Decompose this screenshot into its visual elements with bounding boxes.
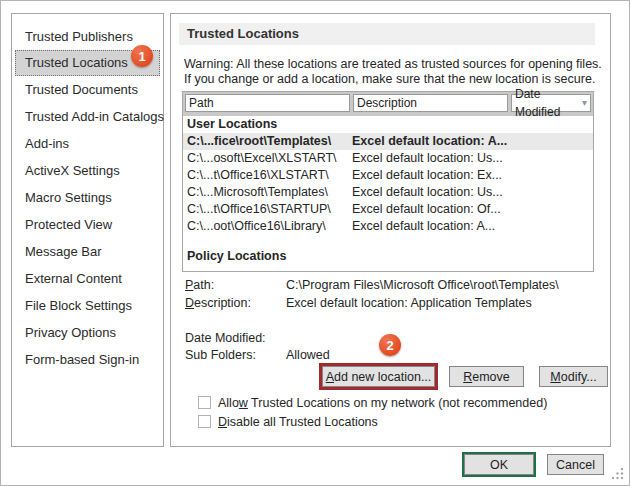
table-row[interactable]: C:\...t\Office16\XLSTART\ Excel default … xyxy=(183,167,593,184)
detail-path-value: C:\Program Files\Microsoft Office\root\T… xyxy=(286,278,559,292)
table-row[interactable]: C:\...fice\root\Templates\ Excel default… xyxy=(183,133,593,150)
detail-date-modified: Date Modified: xyxy=(185,331,286,346)
nav-item-form-based-signin[interactable]: Form-based Sign-in xyxy=(12,346,163,373)
allow-network-locations-checkbox-row: Allow Trusted Locations on my network (n… xyxy=(198,395,547,410)
trusted-locations-table: Path Description Date Modified ▾ User Lo… xyxy=(182,91,594,272)
nav-item-activex-settings[interactable]: ActiveX Settings xyxy=(12,157,163,184)
step-1-badge: 1 xyxy=(131,45,153,67)
ok-annotation-box: OK xyxy=(462,452,536,477)
trust-center-nav: Trusted Publishers Trusted Locations Tru… xyxy=(11,13,164,447)
nav-item-external-content[interactable]: External Content xyxy=(12,265,163,292)
table-row[interactable]: C:\...t\Office16\STARTUP\ Excel default … xyxy=(183,201,593,218)
table-row[interactable]: C:\...Microsoft\Templates\ Excel default… xyxy=(183,184,593,201)
ok-button[interactable]: OK xyxy=(464,454,534,475)
disable-all-locations-checkbox-row: Disable all Trusted Locations xyxy=(198,414,378,429)
column-header-description[interactable]: Description xyxy=(353,94,508,112)
column-header-date-label: Date Modified xyxy=(515,85,582,121)
table-row[interactable]: C:\...osoft\Excel\XLSTART\ Excel default… xyxy=(183,150,593,167)
add-new-location-button[interactable]: Add new location... xyxy=(322,366,435,387)
group-header-policy-locations: Policy Locations xyxy=(183,248,593,265)
nav-item-add-ins[interactable]: Add-ins xyxy=(12,130,163,157)
add-location-annotation-box: Add new location... xyxy=(319,363,438,390)
detail-description: Description:Excel default location: Appl… xyxy=(185,296,532,311)
allow-network-locations-checkbox[interactable] xyxy=(198,396,211,409)
trusted-locations-pane: Trusted Locations Warning: All these loc… xyxy=(170,13,611,447)
resize-grip[interactable] xyxy=(610,466,625,481)
cancel-button[interactable]: Cancel xyxy=(547,454,604,475)
page-title: Trusted Locations xyxy=(179,23,595,45)
nav-item-trusted-documents[interactable]: Trusted Documents xyxy=(12,76,163,103)
remove-button[interactable]: Remove xyxy=(449,366,524,387)
nav-item-protected-view[interactable]: Protected View xyxy=(12,211,163,238)
sort-dropdown-icon[interactable]: ▾ xyxy=(582,94,587,112)
step-2-badge: 2 xyxy=(379,334,401,356)
column-header-date-modified[interactable]: Date Modified ▾ xyxy=(511,94,591,112)
disable-all-locations-label: Disable all Trusted Locations xyxy=(218,415,378,429)
detail-sub-folders: Sub Folders:Allowed xyxy=(185,348,330,363)
allow-network-locations-label: Allow Trusted Locations on my network (n… xyxy=(218,396,547,410)
table-header-row: Path Description Date Modified ▾ xyxy=(183,92,593,116)
warning-line-1: Warning: All these locations are treated… xyxy=(184,57,608,72)
nav-item-trusted-addin-catalogs[interactable]: Trusted Add-in Catalogs xyxy=(12,103,163,130)
nav-item-privacy-options[interactable]: Privacy Options xyxy=(12,319,163,346)
detail-sub-folders-value: Allowed xyxy=(286,348,330,362)
detail-description-value: Excel default location: Application Temp… xyxy=(286,296,532,310)
warning-text: Warning: All these locations are treated… xyxy=(184,57,608,87)
disable-all-locations-checkbox[interactable] xyxy=(198,415,211,428)
nav-item-file-block-settings[interactable]: File Block Settings xyxy=(12,292,163,319)
table-spacer xyxy=(183,235,593,248)
trust-center-dialog: Trusted Publishers Trusted Locations Tru… xyxy=(0,0,630,486)
table-row[interactable]: C:\...oot\Office16\Library\ Excel defaul… xyxy=(183,218,593,235)
modify-button[interactable]: Modify... xyxy=(539,366,608,387)
column-header-path[interactable]: Path xyxy=(185,94,350,112)
detail-path: Path:C:\Program Files\Microsoft Office\r… xyxy=(185,278,559,293)
nav-item-macro-settings[interactable]: Macro Settings xyxy=(12,184,163,211)
nav-item-message-bar[interactable]: Message Bar xyxy=(12,238,163,265)
